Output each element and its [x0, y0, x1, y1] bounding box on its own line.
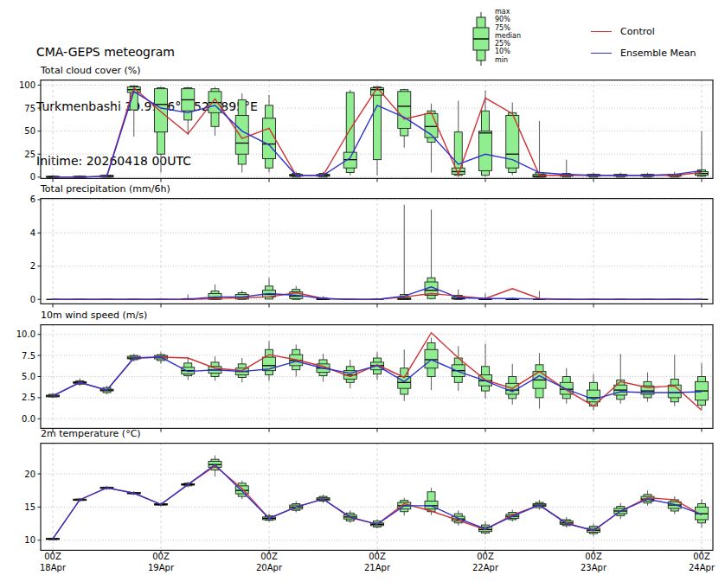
legend-entry-control: Control — [591, 26, 655, 37]
y-tick-label: 100 — [19, 80, 35, 90]
box-25-75 — [425, 349, 438, 368]
legend-label-25: 25% — [495, 40, 521, 48]
temperature-plot: 101520 — [0, 443, 725, 551]
precipitation-plot: 0246 — [0, 198, 725, 304]
y-tick-label: 75 — [24, 104, 35, 113]
legend-label-90: 90% — [495, 16, 521, 23]
panel-title-precip: Total precipitation (mm/6h) — [41, 183, 170, 195]
legend-label-10: 10% — [495, 48, 521, 55]
legend-control-label: Control — [620, 26, 655, 37]
y-tick-label: 2 — [30, 261, 35, 271]
page-title: CMA-GEPS meteogram — [36, 43, 258, 61]
y-tick-label: 0 — [30, 295, 35, 304]
y-tick-label: 25 — [24, 150, 35, 159]
y-tick-label: 15 — [24, 502, 35, 512]
panel-title-wind: 10m wind speed (m/s) — [41, 310, 147, 321]
y-tick-label: 6 — [30, 195, 35, 204]
panel-title-temp: 2m temperature (°C) — [41, 428, 141, 439]
y-tick-label: 2.5 — [22, 393, 35, 402]
legend-label-max: max — [495, 8, 521, 16]
legend-ensemble-mean-label: Ensemble Mean — [620, 48, 696, 59]
box-25-75 — [587, 390, 600, 402]
legend-label-75: 75% — [495, 24, 521, 32]
x-axis-labels: 00Z18Apr00Z19Apr00Z20Apr00Z21Apr00Z22Apr… — [0, 551, 725, 580]
y-tick-label: 10 — [24, 535, 35, 545]
ensemble-mean-line-swatch — [591, 53, 612, 54]
y-tick-label: 7.5 — [22, 351, 35, 361]
panel-title-cloud: Total cloud cover (%) — [41, 65, 141, 76]
x-tick-label: 00Z24Apr — [671, 551, 725, 573]
box-25-75 — [668, 385, 681, 398]
box-25-75 — [235, 116, 248, 155]
y-tick-label: 50 — [24, 126, 35, 136]
meteogram-page: { "header": { "line1": "CMA-GEPS meteogr… — [0, 0, 725, 588]
x-tick-label: 00Z18Apr — [22, 551, 83, 573]
y-tick-label: 20 — [24, 470, 35, 479]
x-tick-label: 00Z19Apr — [131, 551, 191, 573]
x-tick-label: 00Z21Apr — [347, 551, 407, 573]
legend-label-median: median — [495, 32, 521, 40]
x-tick-label: 00Z23Apr — [563, 551, 624, 573]
panel-frame — [41, 199, 713, 304]
legend-boxplot-icon — [462, 5, 497, 71]
x-tick-label: 00Z20Apr — [239, 551, 299, 573]
y-tick-label: 10.0 — [16, 329, 35, 339]
box-10-90 — [374, 87, 382, 160]
box-25-75 — [263, 118, 276, 159]
legend-box-labels: max 90% 75% median 25% 10% min — [495, 8, 521, 64]
box-25-75 — [425, 113, 438, 137]
y-tick-label: 0.0 — [22, 414, 35, 424]
y-tick-label: 0 — [30, 172, 35, 182]
y-tick-label: 4 — [30, 228, 35, 238]
y-tick-label: 5.0 — [22, 372, 35, 381]
x-tick-label: 00Z22Apr — [455, 551, 516, 573]
control-line-swatch — [591, 31, 612, 32]
cloud-cover-plot: 0255075100 — [0, 80, 725, 179]
legend-entry-ensemble-mean: Ensemble Mean — [591, 48, 696, 59]
wind-speed-plot: 0.02.55.07.510.0 — [0, 324, 725, 429]
box-25-75 — [398, 92, 411, 129]
box-25-75 — [479, 131, 492, 171]
legend-label-min: min — [495, 56, 521, 64]
box-25-75 — [155, 89, 168, 132]
